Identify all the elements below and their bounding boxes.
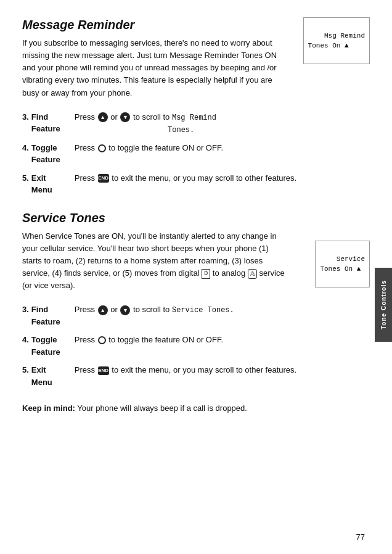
step3-label: ExitMenu bbox=[31, 169, 75, 199]
step2-num: 4. bbox=[22, 139, 31, 169]
table-row: 3. FindFeature Press ▲ or ▼ to scroll to… bbox=[22, 108, 300, 139]
step5-desc: Press to toggle the feature ON or OFF. bbox=[75, 331, 300, 361]
sidebar-tab: Tone Controls bbox=[375, 268, 392, 342]
end-btn-2: END bbox=[98, 366, 109, 375]
table-row: 4. ToggleFeature Press to toggle the fea… bbox=[22, 331, 300, 361]
step6-num: 5. bbox=[22, 361, 31, 391]
section2-title: Service Tones bbox=[22, 210, 370, 225]
step4-desc: Press ▲ or ▼ to scroll to Service Tones. bbox=[75, 300, 300, 331]
step1-desc: Press ▲ or ▼ to scroll to Msg Remind Ton… bbox=[75, 108, 300, 139]
callout-service-tones: ServiceTones On ▲ bbox=[315, 241, 370, 287]
keep-in-mind-label: Keep in mind: bbox=[22, 403, 75, 413]
table-row: 5. ExitMenu Press END to exit the menu, … bbox=[22, 169, 300, 199]
end-btn: END bbox=[98, 174, 109, 183]
callout-msg-remind-text: Msg RemindTones On ▲ bbox=[308, 32, 365, 50]
callout-msg-remind: Msg RemindTones On ▲ bbox=[303, 17, 370, 64]
step2-label: ToggleFeature bbox=[31, 139, 75, 169]
step6-desc: Press END to exit the menu, or you may s… bbox=[75, 361, 300, 391]
scroll-down-btn-2: ▼ bbox=[120, 305, 130, 315]
keep-in-mind: Keep in mind: Your phone will always bee… bbox=[22, 402, 287, 415]
page-number: 77 bbox=[356, 532, 365, 542]
scroll-down-btn: ▼ bbox=[120, 112, 130, 122]
callout-service-tones-text: ServiceTones On ▲ bbox=[320, 255, 365, 273]
page: Msg RemindTones On ▲ Message Reminder If… bbox=[0, 0, 392, 554]
step6-label: ExitMenu bbox=[31, 361, 75, 391]
step1-label: FindFeature bbox=[31, 108, 75, 139]
step4-num: 3. bbox=[22, 300, 31, 331]
digital-icon: D bbox=[202, 269, 210, 279]
step3-desc: Press END to exit the menu, or you may s… bbox=[75, 169, 300, 199]
step4-label: FindFeature bbox=[31, 300, 75, 331]
section2-body: When Service Tones are ON, you'll be ins… bbox=[22, 230, 287, 292]
toggle-btn bbox=[98, 144, 106, 152]
step5-label: ToggleFeature bbox=[31, 331, 75, 361]
analog-icon: 𝔸 bbox=[248, 269, 257, 279]
section1-body: If you subscribe to messaging services, … bbox=[22, 37, 287, 99]
scroll-up-btn: ▲ bbox=[98, 112, 108, 122]
step1-num: 3. bbox=[22, 108, 31, 139]
toggle-btn-2 bbox=[98, 336, 106, 344]
step2-desc: Press to toggle the feature ON or OFF. bbox=[75, 139, 300, 169]
step3-num: 5. bbox=[22, 169, 31, 199]
table-row: 5. ExitMenu Press END to exit the menu, … bbox=[22, 361, 300, 391]
table-row: 3. FindFeature Press ▲ or ▼ to scroll to… bbox=[22, 300, 300, 331]
sidebar-tab-label: Tone Controls bbox=[380, 280, 387, 329]
table-row: 4. ToggleFeature Press to toggle the fea… bbox=[22, 139, 300, 169]
scroll-up-btn-2: ▲ bbox=[98, 305, 108, 315]
step5-num: 4. bbox=[22, 331, 31, 361]
section2-steps: 3. FindFeature Press ▲ or ▼ to scroll to… bbox=[22, 300, 300, 391]
section1-steps: 3. FindFeature Press ▲ or ▼ to scroll to… bbox=[22, 108, 300, 199]
